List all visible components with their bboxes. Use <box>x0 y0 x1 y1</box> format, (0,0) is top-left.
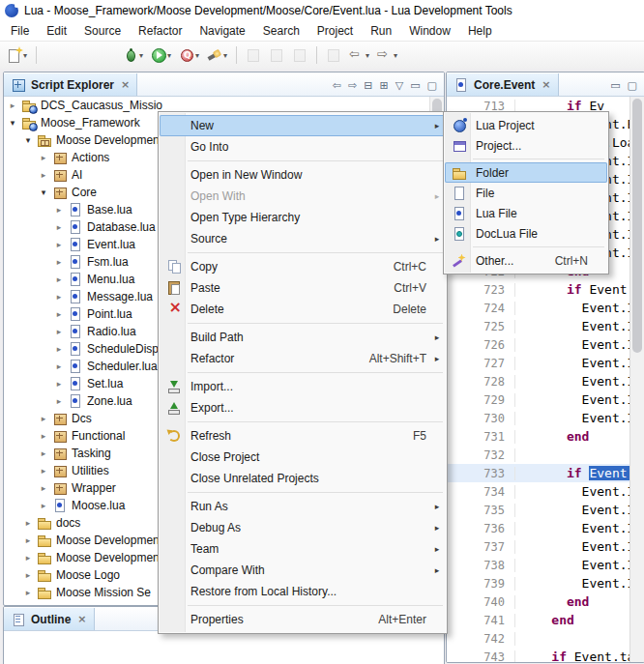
code-line[interactable]: 730 Event.I <box>447 409 630 427</box>
code-line[interactable]: 732 <box>447 446 630 464</box>
code-line[interactable]: 743 if Event.ta <box>447 648 630 662</box>
scrollbar-thumb[interactable] <box>632 99 642 353</box>
dropdown-caret-icon[interactable]: ▾ <box>223 51 227 60</box>
collapsed-arrow-icon[interactable]: ▸ <box>39 431 48 441</box>
code-line[interactable]: 737 Event.I <box>447 537 630 556</box>
collapsed-arrow-icon[interactable]: ▸ <box>23 535 33 545</box>
forward-icon[interactable]: ⇨ <box>348 79 357 92</box>
context-menu-item-refactor[interactable]: RefactorAlt+Shift+T▸ <box>160 348 446 369</box>
dropdown-caret-icon[interactable]: ▾ <box>394 51 397 60</box>
search-button[interactable]: ▾ <box>204 46 230 64</box>
tab-script-explorer[interactable]: Script Explorer × <box>4 73 137 96</box>
collapsed-arrow-icon[interactable]: ▸ <box>39 414 48 423</box>
new-submenu-item-doclua-file[interactable]: DocLua File <box>445 223 607 244</box>
collapsed-arrow-icon[interactable]: ▸ <box>39 170 48 180</box>
collapsed-arrow-icon[interactable]: ▸ <box>8 101 17 110</box>
close-icon[interactable]: × <box>542 78 550 91</box>
back-icon[interactable]: ⇦ <box>333 79 341 92</box>
code-line[interactable]: 742 <box>447 629 630 648</box>
collapsed-arrow-icon[interactable]: ▸ <box>39 153 48 162</box>
collapsed-arrow-icon[interactable]: ▸ <box>54 379 64 389</box>
collapsed-arrow-icon[interactable]: ▸ <box>54 274 64 284</box>
context-menu-item-open-in-new-window[interactable]: Open in New Window <box>160 164 446 186</box>
new-submenu-item-other[interactable]: Other...Ctrl+N <box>445 250 607 271</box>
context-menu-item-export[interactable]: Export... <box>160 397 446 419</box>
code-line[interactable]: 731 end <box>447 427 630 446</box>
context-menu-item-close-project[interactable]: Close Project <box>160 447 446 468</box>
menu-project[interactable]: Project <box>308 22 362 40</box>
collapsed-arrow-icon[interactable]: ▸ <box>39 466 48 476</box>
menu-run[interactable]: Run <box>362 22 400 40</box>
menu-window[interactable]: Window <box>400 22 459 40</box>
menu-edit[interactable]: Edit <box>38 22 75 40</box>
collapsed-arrow-icon[interactable]: ▸ <box>39 483 48 493</box>
collapsed-arrow-icon[interactable]: ▸ <box>54 240 64 249</box>
collapsed-arrow-icon[interactable]: ▸ <box>23 570 33 580</box>
back-button[interactable]: ▾ <box>346 46 372 64</box>
collapsed-arrow-icon[interactable]: ▸ <box>54 257 64 267</box>
minimize-icon[interactable]: ▭ <box>610 79 620 92</box>
collapsed-arrow-icon[interactable]: ▸ <box>39 448 48 458</box>
collapsed-arrow-icon[interactable]: ▸ <box>54 344 64 354</box>
dropdown-caret-icon[interactable]: ▾ <box>139 51 143 60</box>
new-submenu-item-folder[interactable]: Folder <box>445 162 607 183</box>
code-line[interactable]: 740 end <box>447 592 630 611</box>
new-wizard-button[interactable]: ▾ <box>4 46 30 64</box>
context-menu-item-run-as[interactable]: Run As▸ <box>160 496 446 517</box>
run-button[interactable]: ▾ <box>148 46 174 64</box>
dropdown-caret-icon[interactable]: ▾ <box>195 51 199 60</box>
maximize-icon[interactable]: ▢ <box>628 79 637 92</box>
collapsed-arrow-icon[interactable]: ▸ <box>23 588 33 597</box>
collapsed-arrow-icon[interactable]: ▸ <box>39 501 48 510</box>
code-line[interactable]: 728 Event.I <box>447 372 630 390</box>
forward-button[interactable]: ▾ <box>374 46 400 64</box>
menu-help[interactable]: Help <box>459 22 501 40</box>
collapsed-arrow-icon[interactable]: ▸ <box>54 205 64 215</box>
code-line[interactable]: 727 Event.I <box>447 354 630 372</box>
context-menu-item-close-unrelated-projects[interactable]: Close Unrelated Projects <box>160 468 446 489</box>
expanded-arrow-icon[interactable]: ▾ <box>23 135 33 145</box>
menu-refactor[interactable]: Refactor <box>130 22 190 40</box>
context-menu-item-compare-with[interactable]: Compare With▸ <box>160 560 446 581</box>
dropdown-caret-icon[interactable]: ▾ <box>23 51 27 60</box>
context-menu-item-properties[interactable]: PropertiesAlt+Enter <box>160 609 446 630</box>
context-menu-item-go-into[interactable]: Go Into <box>160 136 446 158</box>
new-submenu-item-file[interactable]: File <box>445 183 607 203</box>
view-menu-icon[interactable]: ▽ <box>395 79 403 92</box>
context-menu-item-build-path[interactable]: Build Path▸ <box>160 327 446 348</box>
context-menu-item-open-type-hierarchy[interactable]: Open Type Hierarchy <box>160 207 446 228</box>
external-tools-button[interactable]: ▾ <box>176 46 202 64</box>
context-menu-item-team[interactable]: Team▸ <box>160 538 446 560</box>
context-menu-item-delete[interactable]: DeleteDelete <box>160 299 446 320</box>
menu-navigate[interactable]: Navigate <box>190 22 253 40</box>
context-menu-item-restore-from-local-history[interactable]: Restore from Local History... <box>160 581 446 602</box>
new-submenu-item-project[interactable]: Project... <box>445 135 607 156</box>
context-menu-item-debug-as[interactable]: Debug As▸ <box>160 517 446 538</box>
collapse-all-icon[interactable]: ⊟ <box>364 79 372 92</box>
dropdown-caret-icon[interactable]: ▾ <box>167 51 171 60</box>
code-line[interactable]: 734 Event.I <box>447 482 630 501</box>
code-line[interactable]: 729 Event.I <box>447 390 630 409</box>
code-line[interactable]: 735 Event.I <box>447 501 630 519</box>
code-line[interactable]: 724 Event.I <box>447 299 630 317</box>
menu-source[interactable]: Source <box>75 22 130 40</box>
context-menu-item-source[interactable]: Source▸ <box>160 228 446 249</box>
new-submenu-item-lua-file[interactable]: Lua File <box>445 203 607 223</box>
maximize-icon[interactable]: ▢ <box>427 79 437 92</box>
collapsed-arrow-icon[interactable]: ▸ <box>54 292 64 302</box>
collapsed-arrow-icon[interactable]: ▸ <box>54 309 64 319</box>
tab-outline[interactable]: Outline × <box>4 608 95 630</box>
collapsed-arrow-icon[interactable]: ▸ <box>54 327 64 336</box>
collapsed-arrow-icon[interactable]: ▸ <box>23 518 33 528</box>
context-menu-item-copy[interactable]: CopyCtrl+C <box>160 256 446 277</box>
code-line[interactable]: 741 end <box>447 611 630 629</box>
code-line[interactable]: 723 if Event. <box>447 280 630 299</box>
menu-file[interactable]: File <box>2 22 38 40</box>
collapsed-arrow-icon[interactable]: ▸ <box>54 222 64 232</box>
collapsed-arrow-icon[interactable]: ▸ <box>54 361 64 371</box>
minimize-icon[interactable]: ▭ <box>410 79 420 92</box>
code-line[interactable]: 725 Event.I <box>447 317 630 335</box>
context-menu-item-refresh[interactable]: RefreshF5 <box>160 425 446 447</box>
code-line[interactable]: 733 if Event. <box>447 464 630 482</box>
code-line[interactable]: 736 Event.I <box>447 519 630 537</box>
